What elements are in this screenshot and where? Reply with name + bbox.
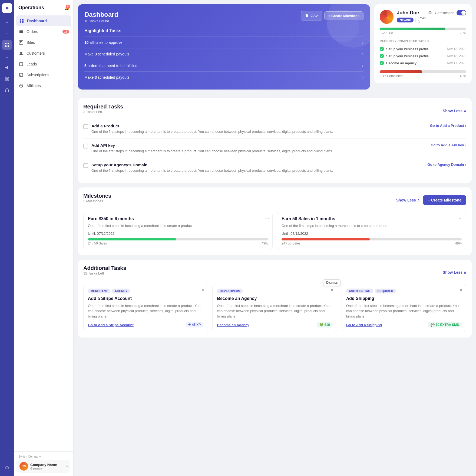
highlighted-task-3[interactable]: Make 3 scheduled payouts › <box>84 71 363 83</box>
hero-card: Dashboard 10 Tasks Found CSV + Create Mi… <box>78 4 370 90</box>
euro-icon: 💚 <box>319 323 323 327</box>
sidebar-item-sites[interactable]: Sites <box>14 37 73 48</box>
milestones-show-less[interactable]: Show Less ∧ <box>396 198 420 202</box>
card-title-0: Add a Stripe Account <box>88 296 203 301</box>
orders-icon <box>18 29 24 34</box>
sidebar-item-affiliates[interactable]: Affiliates <box>14 80 73 91</box>
sidebar-item-orders[interactable]: Orders 16 <box>14 26 73 37</box>
card-close-0[interactable]: ✕ <box>201 287 204 293</box>
csv-icon <box>305 13 309 18</box>
card-close-1[interactable]: ✕ <box>330 287 334 293</box>
svg-rect-0 <box>5 43 6 44</box>
headset-icon[interactable] <box>2 85 12 95</box>
dashboard-label: Dashboard <box>27 19 47 23</box>
create-milestone-button[interactable]: + Create Milestone <box>423 195 466 205</box>
badge-level: Level 3 <box>418 16 428 24</box>
dismiss-tooltip: Dismiss <box>323 279 341 286</box>
chevron-up-icon: ∧ <box>464 270 466 275</box>
milestone-bar-0 <box>88 238 268 240</box>
additional-card-0: MERCHANT AGENCY ✕ Add a Stripe Account O… <box>83 284 208 332</box>
milestone-percent-0: 49% <box>262 242 268 245</box>
action-arrow-2: › <box>465 163 466 167</box>
sites-icon <box>18 40 24 45</box>
task-checkbox-1[interactable] <box>83 144 88 148</box>
gamification-section: ⚙ Gamification <box>428 10 466 16</box>
milestones-title: Milestones <box>83 193 111 199</box>
check-icon-0: ✓ <box>380 47 384 51</box>
card-title-1: Become an Agency <box>217 296 332 301</box>
sidebar: Operations 🔔 9 Dashboard Orders 16 Sites <box>14 0 74 476</box>
milestone-stats-0: 24 / 50 Sales 49% <box>88 242 268 245</box>
highlighted-task-1[interactable]: Make 3 scheduled payouts › <box>84 48 363 60</box>
action-arrow-1: › <box>465 143 466 147</box>
notification-badge: 9 <box>66 5 70 9</box>
task-chevron-1: › <box>362 52 363 57</box>
sidebar-item-leads[interactable]: Leads <box>14 59 73 70</box>
sites-label: Sites <box>27 40 35 45</box>
card-link-1[interactable]: Become an Agency <box>217 323 249 327</box>
required-tasks-title-group: Required Tasks 3 Tasks Left <box>83 104 123 118</box>
milestones-actions: Show Less ∧ + Create Milestone <box>396 195 466 205</box>
highlighted-task-2[interactable]: 5 orders that need to be fulfilled › <box>84 60 363 71</box>
additional-tasks-title: Additional Tasks <box>83 265 126 271</box>
svg-rect-11 <box>22 21 24 23</box>
sidebar-item-customers[interactable]: Customers <box>14 48 73 59</box>
download-icon[interactable]: ↓ <box>2 51 12 61</box>
milestones-section: Milestones 2 Milestones Show Less ∧ + Cr… <box>78 187 472 255</box>
milestone-until-1: Until: 07/12/2022 <box>282 232 462 236</box>
task-action-0[interactable]: Go to Add a Product › <box>430 124 466 128</box>
additional-tasks-title-group: Additional Tasks 12 Tasks Left <box>83 265 126 280</box>
xp-text: 37/51 XP 76% <box>380 31 466 35</box>
logo[interactable] <box>2 3 12 13</box>
milestone-title-0: Earn $350 in 6 months <box>88 216 268 221</box>
card-title-2: Add Shipping <box>346 296 462 301</box>
sidebar-item-dashboard[interactable]: Dashboard <box>16 15 71 26</box>
milestone-percent-1: 49% <box>455 242 462 245</box>
required-tasks-title: Required Tasks <box>83 104 123 110</box>
card-desc-1: One of the first steps in becoming a mer… <box>217 303 332 319</box>
sidebar-item-subscriptions[interactable]: Subscriptions <box>14 70 73 80</box>
svg-rect-14 <box>20 42 21 43</box>
recent-task-date-2: Nov 17, 2022 <box>447 61 466 65</box>
home-icon[interactable]: ⌂ <box>2 29 12 38</box>
milestone-card-0: ··· Earn $350 in 6 months One of the fir… <box>83 212 273 250</box>
plus-icon[interactable]: ＋ <box>2 17 12 27</box>
task-text-1: Make 3 scheduled payouts <box>84 52 130 56</box>
card-footer-0: Go to Add a Stripe Account ★ 45 XP <box>88 322 203 328</box>
additional-tasks-show-less[interactable]: Show Less ∧ <box>443 270 466 275</box>
profile-card: John Doe Newbie | Level 3 ⚙ Gamification <box>374 4 472 83</box>
card-close-2[interactable]: ✕ <box>459 287 463 293</box>
task-checkbox-2[interactable] <box>83 163 88 168</box>
svg-rect-9 <box>22 19 24 21</box>
analytics-icon[interactable] <box>2 74 12 84</box>
csv-button[interactable]: CSV <box>301 11 322 21</box>
create-milestone-hero-button[interactable]: + Create Milestone <box>324 11 363 20</box>
check-icon-2: ✓ <box>380 61 384 65</box>
notification-bell[interactable]: 🔔 9 <box>64 6 69 10</box>
highlighted-task-0[interactable]: 10 affiliates to approve › <box>84 37 363 48</box>
task-action-1[interactable]: Go to Add a API key › <box>431 143 466 147</box>
tag-merchant: MERCHANT <box>88 289 110 293</box>
milestone-menu-1[interactable]: ··· <box>459 215 463 221</box>
svg-rect-3 <box>8 45 9 47</box>
task-action-2[interactable]: Go to Agency Domain › <box>427 163 466 167</box>
settings-icon[interactable]: ⚙ <box>2 463 12 473</box>
switch-company-label: Switch Company <box>17 455 70 460</box>
required-task-0: Add a Product One of the first steps in … <box>83 119 466 139</box>
card-link-0[interactable]: Go to Add a Stripe Account <box>88 323 134 327</box>
card-desc-0: One of the first steps in becoming a mer… <box>88 303 203 319</box>
required-tasks-show-less[interactable]: Show Less ∧ <box>443 109 466 113</box>
svg-rect-7 <box>8 91 9 92</box>
settings-gear-icon[interactable]: ⚙ <box>428 10 432 16</box>
recent-task-date-1: Nov 18, 2022 <box>447 54 466 58</box>
grid-icon[interactable] <box>2 40 12 50</box>
milestone-desc-1: One of the first steps in becoming a mer… <box>282 223 462 228</box>
dashboard-icon <box>19 18 24 24</box>
megaphone-icon[interactable] <box>2 63 12 72</box>
milestone-menu-0[interactable]: ··· <box>265 215 269 221</box>
gamification-switch[interactable] <box>457 10 466 15</box>
company-switcher[interactable]: CN Company Name Germany ▾ <box>17 460 70 473</box>
task-checkbox-0[interactable] <box>83 124 88 129</box>
recent-tasks-title: RECENTLY COMPLETED TASKS <box>380 39 466 43</box>
card-link-2[interactable]: Go to Add a Shipping <box>346 323 382 327</box>
